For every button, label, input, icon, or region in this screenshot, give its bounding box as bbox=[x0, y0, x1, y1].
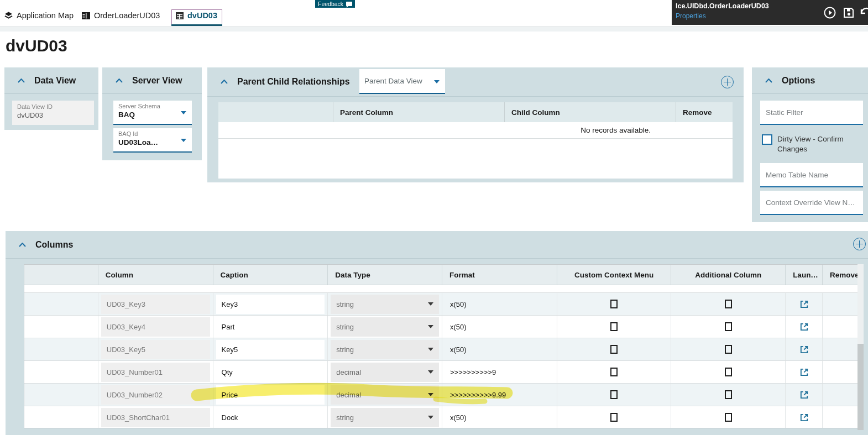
chevron-up-icon[interactable] bbox=[221, 80, 228, 84]
topbar-divider-band bbox=[0, 27, 868, 32]
chevron-up-icon[interactable] bbox=[116, 78, 123, 83]
chevron-down-icon bbox=[428, 348, 433, 351]
pcr-table: Parent Column Child Column Remove No rec… bbox=[218, 102, 733, 179]
format-field[interactable]: x(50) bbox=[442, 406, 557, 428]
field-value: dvUD03 bbox=[17, 111, 89, 119]
custom-context-menu-checkbox[interactable] bbox=[610, 345, 618, 354]
grid-icon bbox=[176, 12, 184, 19]
caption-input[interactable]: Qty bbox=[216, 363, 325, 382]
input-placeholder: Memo Table Name bbox=[766, 171, 828, 179]
launch-icon[interactable] bbox=[799, 413, 809, 422]
select-placeholder: Parent Data View bbox=[364, 77, 422, 85]
format-field[interactable]: x(50) bbox=[442, 316, 557, 338]
additional-column-checkbox[interactable] bbox=[725, 390, 732, 399]
header-caption: Caption bbox=[213, 265, 328, 285]
custom-context-menu-checkbox[interactable] bbox=[610, 368, 618, 376]
chevron-up-icon[interactable] bbox=[18, 78, 25, 83]
row-selector-cell[interactable] bbox=[24, 293, 98, 315]
launch-icon[interactable] bbox=[799, 322, 809, 332]
columns-table-header-row: Column Caption Data Type Format Custom C… bbox=[24, 265, 859, 285]
custom-context-menu-checkbox[interactable] bbox=[610, 413, 618, 422]
server-view-panel-header[interactable]: Server View bbox=[102, 67, 202, 94]
field-label: Server Schema bbox=[118, 103, 187, 109]
row-selector-cell[interactable] bbox=[24, 406, 98, 428]
custom-context-menu-checkbox[interactable] bbox=[610, 300, 618, 308]
launch-icon[interactable] bbox=[799, 345, 809, 354]
tab-label: dvUD03 bbox=[187, 11, 217, 20]
table-row: UD03_Key3Key3stringx(50) bbox=[24, 293, 859, 316]
row-selector-cell[interactable] bbox=[24, 384, 98, 406]
launch-icon[interactable] bbox=[799, 300, 809, 309]
parent-child-relationships-panel: Parent Child Relationships Parent Data V… bbox=[207, 67, 744, 182]
memo-table-name-input[interactable]: Memo Table Name bbox=[760, 163, 863, 187]
tab-label: OrderLoaderUD03 bbox=[94, 11, 160, 20]
row-selector-cell[interactable] bbox=[24, 338, 98, 360]
dirty-view-checkbox[interactable] bbox=[762, 134, 772, 145]
row-selector-cell[interactable] bbox=[24, 361, 98, 383]
data-type-select[interactable]: string bbox=[331, 317, 439, 337]
baq-id-select[interactable]: BAQ Id UD03Loa… bbox=[113, 128, 192, 153]
data-view-id-field: Data View ID dvUD03 bbox=[12, 101, 94, 125]
format-field[interactable]: x(50) bbox=[442, 338, 557, 360]
caption-input[interactable]: Price bbox=[216, 385, 325, 405]
field-value: BAQ bbox=[118, 111, 187, 119]
table-scrollbar-track[interactable] bbox=[857, 264, 864, 430]
preview-play-icon[interactable] bbox=[824, 7, 836, 19]
save-icon[interactable] bbox=[843, 7, 855, 19]
data-type-select[interactable]: string bbox=[331, 295, 439, 314]
dirty-view-label: Dirty View - Confirm Changes bbox=[777, 134, 844, 154]
format-field[interactable]: >>>>>>>>>>9.99 bbox=[442, 384, 557, 406]
parent-data-view-select[interactable]: Parent Data View bbox=[359, 69, 445, 94]
table-scrollbar-thumb[interactable] bbox=[857, 344, 864, 430]
caption-input[interactable]: Part bbox=[216, 317, 325, 337]
remove-cell bbox=[823, 316, 859, 338]
format-field[interactable]: >>>>>>>>>>9 bbox=[442, 361, 557, 383]
undo-icon[interactable] bbox=[860, 7, 868, 19]
add-relationship-button[interactable] bbox=[721, 76, 734, 88]
pcr-panel-header[interactable]: Parent Child Relationships bbox=[207, 67, 744, 97]
feedback-label: Feedback bbox=[318, 1, 343, 7]
tab-orderloaderud03[interactable]: OrderLoaderUD03 bbox=[82, 11, 160, 20]
launch-icon[interactable] bbox=[799, 368, 809, 377]
caption-input[interactable]: Key5 bbox=[216, 340, 325, 359]
format-field[interactable]: x(50) bbox=[442, 293, 557, 315]
data-type-select[interactable]: string bbox=[331, 408, 439, 427]
columns-panel-header[interactable]: Columns bbox=[6, 231, 868, 259]
additional-column-checkbox[interactable] bbox=[725, 322, 732, 331]
custom-context-menu-checkbox[interactable] bbox=[610, 322, 618, 331]
table-row: UD03_Key5Key5stringx(50) bbox=[24, 338, 859, 361]
additional-column-checkbox[interactable] bbox=[725, 345, 732, 354]
launch-icon[interactable] bbox=[799, 390, 809, 400]
tab-dvud03[interactable]: dvUD03 bbox=[176, 11, 217, 20]
custom-context-menu-checkbox[interactable] bbox=[610, 390, 618, 399]
data-type-select[interactable]: decimal bbox=[331, 385, 439, 405]
options-panel-header[interactable]: Options bbox=[752, 67, 868, 94]
row-selector-cell[interactable] bbox=[24, 316, 98, 338]
additional-column-checkbox[interactable] bbox=[725, 413, 732, 422]
additional-column-checkbox[interactable] bbox=[725, 300, 732, 308]
chevron-down-icon bbox=[181, 139, 186, 142]
field-value: UD03Loa… bbox=[118, 138, 187, 146]
properties-link[interactable]: Properties bbox=[676, 12, 706, 20]
header-data-type: Data Type bbox=[328, 265, 442, 285]
table-row: UD03_Number01Qtydecimal>>>>>>>>>>9 bbox=[24, 361, 859, 384]
pcr-header-parent-column: Parent Column bbox=[333, 102, 505, 122]
panel-title: Data View bbox=[34, 76, 76, 86]
chevron-up-icon[interactable] bbox=[19, 243, 26, 247]
data-view-panel-header[interactable]: Data View bbox=[4, 67, 98, 94]
columns-panel: Columns Column Caption Data Type Format … bbox=[6, 231, 868, 435]
additional-column-checkbox[interactable] bbox=[725, 368, 732, 376]
static-filter-input[interactable]: Static Filter bbox=[760, 101, 863, 125]
caption-input[interactable]: Dock bbox=[216, 408, 325, 427]
data-type-select[interactable]: decimal bbox=[331, 363, 439, 382]
add-column-button[interactable] bbox=[853, 238, 866, 250]
server-schema-select[interactable]: Server Schema BAQ bbox=[113, 101, 192, 125]
chevron-up-icon[interactable] bbox=[765, 78, 772, 83]
tab-application-map[interactable]: Application Map bbox=[4, 11, 74, 20]
feedback-button[interactable]: Feedback bbox=[315, 0, 355, 8]
data-type-select[interactable]: string bbox=[331, 340, 439, 359]
panel-title: Options bbox=[782, 76, 815, 86]
context-override-view-input[interactable]: Context Override View N… bbox=[760, 191, 863, 215]
caption-input[interactable]: Key3 bbox=[216, 295, 325, 314]
header-launch: Laun… bbox=[786, 265, 823, 285]
